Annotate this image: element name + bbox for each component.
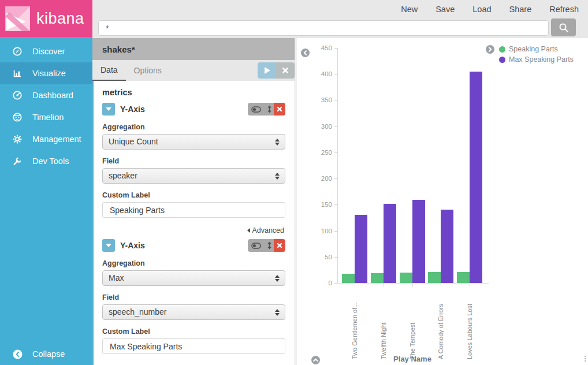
disable-toggle-icon	[251, 106, 261, 113]
index-pattern-label: shakes*	[102, 44, 135, 54]
category-label-text: Two Gentlemen of...	[351, 288, 359, 359]
agg-disable-toggle[interactable]	[248, 103, 265, 116]
bar-chart-icon	[12, 68, 23, 79]
legend-toggle-button[interactable]	[486, 45, 494, 54]
query-input[interactable]	[98, 20, 549, 36]
save-button[interactable]: Save	[436, 5, 455, 14]
chart-bar[interactable]	[342, 274, 355, 283]
custom-label-label: Custom Label	[102, 327, 285, 336]
apply-changes-button[interactable]	[258, 62, 276, 79]
resize-grip-icon[interactable]	[585, 356, 586, 363]
agg-move-handle[interactable]	[265, 239, 274, 252]
aggregation-value: Max	[109, 273, 124, 282]
y-axis-tick-mark	[334, 126, 337, 127]
app-sidebar: kibana Discover Visualize	[0, 0, 92, 365]
sidebar-item-discover[interactable]: Discover	[0, 40, 92, 62]
chevron-up-circle-icon	[313, 357, 318, 363]
caret-left-icon	[247, 228, 250, 233]
chart-bar[interactable]	[355, 215, 367, 283]
custom-label-input[interactable]	[102, 202, 285, 218]
caret-down-icon	[106, 244, 111, 247]
y-axis-tick-label: 450	[309, 44, 332, 52]
field-label: Field	[102, 157, 285, 165]
aggregation-value: Unique Count	[109, 137, 158, 146]
custom-label-input[interactable]	[102, 338, 285, 354]
agg-disable-toggle[interactable]	[248, 239, 265, 252]
tab-data[interactable]: Data	[92, 60, 126, 81]
refresh-button[interactable]: Refresh	[549, 5, 579, 14]
aggregation-label: Aggregation	[102, 259, 285, 267]
bar-chart: Play Name 050100150200250300350400450Two…	[295, 38, 588, 365]
editor-tabs: Data Options	[92, 60, 295, 81]
agg-controls	[248, 103, 285, 116]
sidebar-item-visualize[interactable]: Visualize	[0, 62, 92, 84]
chart-bar[interactable]	[384, 204, 396, 283]
aggregation-label: Aggregation	[102, 123, 285, 131]
agg-remove-button[interactable]	[274, 239, 285, 252]
visualization-panel: Play Name 050100150200250300350400450Two…	[295, 38, 588, 365]
y-axis-tick-mark	[334, 178, 337, 179]
chevron-right-circle-icon	[487, 47, 493, 52]
field-select[interactable]: speech_number	[102, 304, 285, 320]
sidebar-item-dashboard[interactable]: Dashboard	[0, 84, 92, 106]
metrics-section: metrics Y-Axis	[92, 81, 295, 365]
disable-toggle-icon	[251, 243, 261, 249]
y-axis-tick-label: 400	[309, 70, 332, 78]
chart-bar[interactable]	[400, 273, 412, 283]
remove-x-icon	[277, 106, 282, 112]
sidebar-item-timelion[interactable]: Timelion	[0, 106, 92, 128]
agg-move-handle[interactable]	[265, 103, 274, 116]
close-icon	[282, 67, 289, 74]
sidebar-item-label: Visualize	[32, 69, 66, 78]
share-button[interactable]: Share	[509, 5, 532, 14]
sidebar-item-devtools[interactable]: Dev Tools	[0, 150, 92, 172]
chart-bar[interactable]	[412, 200, 425, 283]
editor-actions	[258, 62, 295, 79]
chart-bar[interactable]	[371, 273, 384, 283]
chart-bar[interactable]	[441, 210, 453, 283]
y-axis-tick-mark	[334, 204, 337, 205]
aggregation-select[interactable]: Unique Count	[102, 134, 285, 150]
chevron-left-circle-icon	[12, 349, 23, 359]
legend-swatch-icon	[499, 57, 505, 63]
agg-remove-button[interactable]	[274, 103, 285, 116]
collapse-spy-button[interactable]	[311, 356, 320, 364]
load-button[interactable]: Load	[472, 5, 491, 14]
legend-item[interactable]: Speaking Parts	[499, 45, 574, 53]
x-axis-category-label: Loves Labours Lost	[465, 288, 474, 359]
sidebar-collapse-button[interactable]: Collapse	[0, 343, 92, 365]
sidebar-item-label: Discover	[32, 47, 65, 56]
kibana-logo-header[interactable]: kibana	[0, 0, 92, 37]
category-label-text: Loves Labours Lost	[466, 288, 474, 359]
x-axis-tick-mark	[441, 284, 441, 286]
search-button[interactable]	[551, 18, 576, 36]
chart-bar[interactable]	[428, 272, 441, 283]
query-bar	[92, 18, 588, 38]
chart-legend: Speaking PartsMax Speaking Parts	[486, 45, 574, 64]
kibana-logo	[5, 6, 31, 32]
agg-collapse-button[interactable]	[102, 239, 115, 252]
legend-label: Max Speaking Parts	[509, 55, 574, 64]
y-axis-tick-label: 200	[309, 174, 332, 182]
legend-item[interactable]: Max Speaking Parts	[499, 55, 574, 64]
gear-icon	[12, 134, 23, 144]
chart-bar[interactable]	[470, 72, 482, 283]
wrench-icon	[12, 156, 23, 166]
advanced-link[interactable]: Advanced	[102, 226, 284, 234]
agg-collapse-button[interactable]	[102, 103, 115, 116]
discard-changes-button[interactable]	[276, 62, 295, 79]
move-vertical-icon	[266, 241, 273, 249]
dashboard-icon	[12, 90, 23, 100]
field-select[interactable]: speaker	[102, 168, 285, 184]
sidebar-item-label: Management	[32, 135, 81, 144]
aggregation-select[interactable]: Max	[102, 270, 285, 286]
y-axis-tick-label: 100	[309, 227, 332, 235]
sidebar-item-management[interactable]: Management	[0, 128, 92, 150]
tab-options[interactable]: Options	[126, 60, 170, 81]
y-axis-tick-label: 0	[309, 279, 332, 287]
chart-bar[interactable]	[457, 272, 470, 283]
select-arrows-icon	[275, 169, 280, 183]
sidebar-item-label: Timelion	[32, 113, 64, 122]
new-button[interactable]: New	[401, 5, 418, 14]
legend-swatch-icon	[499, 46, 505, 53]
